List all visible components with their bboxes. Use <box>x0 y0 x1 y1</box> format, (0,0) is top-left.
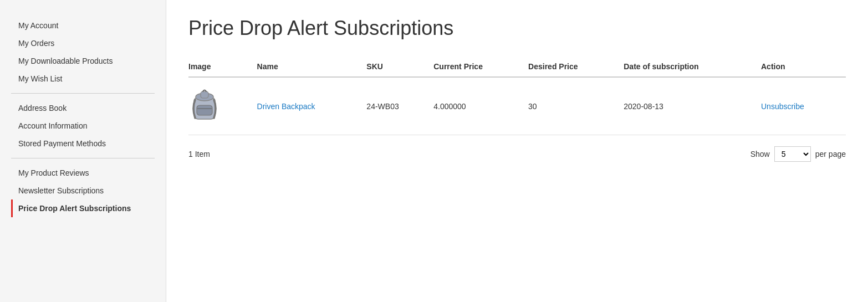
sidebar-item-price-drop-alert-subscriptions[interactable]: Price Drop Alert Subscriptions <box>11 199 155 217</box>
main-content: Price Drop Alert Subscriptions Image Nam… <box>166 0 868 302</box>
sidebar-item-address-book[interactable]: Address Book <box>11 99 155 117</box>
cell-sku: 24-WB03 <box>366 77 433 135</box>
sidebar-item-newsletter-subscriptions[interactable]: Newsletter Subscriptions <box>11 182 155 199</box>
col-date-of-subscription: Date of subscription <box>624 57 761 77</box>
unsubscribe-link[interactable]: Unsubscribe <box>761 102 804 111</box>
page-title: Price Drop Alert Subscriptions <box>188 17 846 40</box>
item-count: 1 Item <box>188 150 210 158</box>
cell-date-of-subscription: 2020-08-13 <box>624 77 761 135</box>
product-name-link[interactable]: Driven Backpack <box>257 102 315 111</box>
col-sku: SKU <box>366 57 433 77</box>
show-label: Show <box>750 150 770 158</box>
col-image: Image <box>188 57 257 77</box>
sidebar-item-my-account[interactable]: My Account <box>11 17 155 34</box>
per-page-select[interactable]: 5 10 15 20 <box>774 146 811 162</box>
sidebar-group-3: My Product Reviews Newsletter Subscripti… <box>11 164 155 217</box>
cell-desired-price: 30 <box>528 77 624 135</box>
per-page-label: per page <box>815 150 846 158</box>
sidebar-group-1: My Account My Orders My Downloadable Pro… <box>11 17 155 88</box>
sidebar-item-my-downloadable-products[interactable]: My Downloadable Products <box>11 52 155 70</box>
table-row: Driven Backpack 24-WB03 4.000000 30 2020… <box>188 77 846 135</box>
sidebar-divider-1 <box>11 93 155 94</box>
table-header-row: Image Name SKU Current Price Desired Pri… <box>188 57 846 77</box>
svg-rect-3 <box>197 105 212 115</box>
sidebar: My Account My Orders My Downloadable Pro… <box>0 0 166 302</box>
sidebar-group-2: Address Book Account Information Stored … <box>11 99 155 152</box>
cell-name: Driven Backpack <box>257 77 367 135</box>
sidebar-item-my-wish-list[interactable]: My Wish List <box>11 70 155 88</box>
col-action: Action <box>761 57 846 77</box>
col-current-price: Current Price <box>433 57 528 77</box>
per-page-control: Show 5 10 15 20 per page <box>750 146 846 162</box>
table-footer: 1 Item Show 5 10 15 20 per page <box>188 146 846 162</box>
sidebar-item-my-product-reviews[interactable]: My Product Reviews <box>11 164 155 182</box>
cell-current-price: 4.000000 <box>433 77 528 135</box>
sidebar-divider-2 <box>11 158 155 158</box>
sidebar-item-my-orders[interactable]: My Orders <box>11 34 155 52</box>
col-name: Name <box>257 57 367 77</box>
col-desired-price: Desired Price <box>528 57 624 77</box>
cell-action: Unsubscribe <box>761 77 846 135</box>
product-image-backpack <box>188 86 222 125</box>
sidebar-item-stored-payment-methods[interactable]: Stored Payment Methods <box>11 135 155 152</box>
cell-image <box>188 77 257 135</box>
subscriptions-table: Image Name SKU Current Price Desired Pri… <box>188 57 846 135</box>
sidebar-item-account-information[interactable]: Account Information <box>11 117 155 135</box>
svg-rect-2 <box>201 91 208 98</box>
